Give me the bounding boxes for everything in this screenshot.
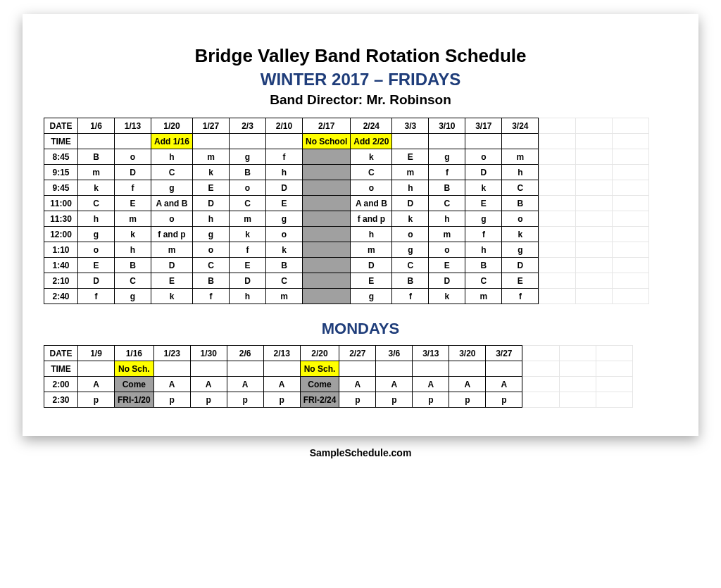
date-cell: 3/17: [465, 118, 502, 134]
schedule-cell: g: [151, 180, 193, 196]
time-label: TIME: [44, 134, 78, 149]
schedule-cell: C: [266, 273, 303, 289]
schedule-cell: [303, 211, 351, 227]
empty-cell: [560, 361, 596, 377]
time-note-cell: [266, 134, 303, 149]
empty-cell: [576, 118, 613, 134]
time-label: TIME: [44, 361, 78, 377]
empty-cell: [539, 196, 576, 211]
empty-cell: [613, 227, 649, 242]
schedule-cell: C: [429, 196, 465, 211]
schedule-cell: g: [465, 211, 502, 227]
empty-cell: [576, 165, 613, 180]
time-note-cell: No School: [303, 134, 351, 149]
schedule-cell: p: [153, 392, 190, 408]
date-cell: 1/6: [78, 118, 115, 134]
date-cell: 1/9: [78, 346, 115, 361]
time-slot-label: 9:15: [44, 165, 78, 180]
schedule-cell: [303, 149, 351, 165]
schedule-cell: f: [502, 289, 539, 304]
empty-cell: [596, 377, 633, 392]
schedule-cell: k: [266, 242, 303, 258]
schedule-cell: o: [351, 180, 392, 196]
schedule-cell: B: [78, 149, 115, 165]
schedule-cell: D: [465, 165, 502, 180]
time-note-cell: [78, 361, 115, 377]
extra-grid-right: [539, 118, 649, 304]
empty-cell: [539, 273, 576, 289]
date-cell: 2/10: [266, 118, 303, 134]
time-slot-label: 2:10: [44, 273, 78, 289]
schedule-cell: f: [78, 289, 115, 304]
schedule-cell: D: [193, 196, 230, 211]
schedule-cell: B: [429, 180, 465, 196]
schedule-cell: k: [230, 227, 266, 242]
schedule-cell: A: [227, 377, 263, 392]
schedule-cell: E: [193, 180, 230, 196]
empty-cell: [576, 196, 613, 211]
schedule-cell: D: [78, 273, 115, 289]
schedule-cell: h: [115, 242, 151, 258]
empty-cell: [576, 211, 613, 227]
time-slot-label: 11:30: [44, 211, 78, 227]
schedule-cell: g: [429, 149, 465, 165]
empty-cell: [539, 258, 576, 273]
empty-cell: [539, 242, 576, 258]
time-slot-label: 9:45: [44, 180, 78, 196]
schedule-cell: h: [502, 165, 539, 180]
schedule-cell: p: [339, 392, 376, 408]
band-director: Band Director: Mr. Robinson: [44, 92, 677, 108]
time-note-cell: [449, 361, 486, 377]
schedule-cell: m: [115, 211, 151, 227]
date-cell: 3/6: [376, 346, 413, 361]
schedule-cell: p: [190, 392, 227, 408]
schedule-cell: h: [78, 211, 115, 227]
date-cell: 1/30: [190, 346, 227, 361]
empty-cell: [523, 346, 560, 361]
schedule-cell: [303, 289, 351, 304]
schedule-cell: f: [429, 165, 465, 180]
empty-cell: [539, 211, 576, 227]
schedule-cell: h: [230, 289, 266, 304]
time-note-cell: No Sch.: [300, 361, 339, 377]
date-cell: 3/3: [392, 118, 429, 134]
schedule-cell: E: [392, 149, 429, 165]
schedule-cell: m: [151, 242, 193, 258]
empty-cell: [539, 134, 576, 149]
schedule-cell: o: [115, 149, 151, 165]
empty-cell: [596, 361, 633, 377]
time-slot-label: 2:00: [44, 377, 78, 392]
schedule-cell: E: [230, 258, 266, 273]
schedule-cell: h: [429, 211, 465, 227]
schedule-cell: k: [465, 180, 502, 196]
schedule-cell: A: [339, 377, 376, 392]
date-cell: 2/3: [230, 118, 266, 134]
schedule-cell: h: [465, 242, 502, 258]
schedule-cell: D: [502, 258, 539, 273]
time-slot-label: 2:40: [44, 289, 78, 304]
schedule-cell: o: [465, 149, 502, 165]
date-cell: 3/20: [449, 346, 486, 361]
schedule-cell: p: [486, 392, 522, 408]
schedule-cell: D: [151, 258, 193, 273]
schedule-cell: f and p: [151, 227, 193, 242]
schedule-cell: g: [230, 149, 266, 165]
schedule-cell: C: [502, 180, 539, 196]
extra-grid-right-2: [522, 345, 633, 408]
schedule-cell: o: [193, 242, 230, 258]
empty-cell: [576, 258, 613, 273]
schedule-cell: g: [502, 242, 539, 258]
empty-cell: [523, 377, 560, 392]
schedule-cell: Come: [115, 377, 154, 392]
schedule-cell: E: [429, 258, 465, 273]
schedule-cell: f: [465, 227, 502, 242]
date-cell: 2/6: [227, 346, 263, 361]
schedule-cell: [303, 258, 351, 273]
schedule-cell: E: [351, 273, 392, 289]
empty-cell: [576, 289, 613, 304]
time-slot-label: 1:40: [44, 258, 78, 273]
time-note-cell: [376, 361, 413, 377]
empty-cell: [613, 134, 649, 149]
schedule-cell: C: [351, 165, 392, 180]
empty-cell: [613, 211, 649, 227]
